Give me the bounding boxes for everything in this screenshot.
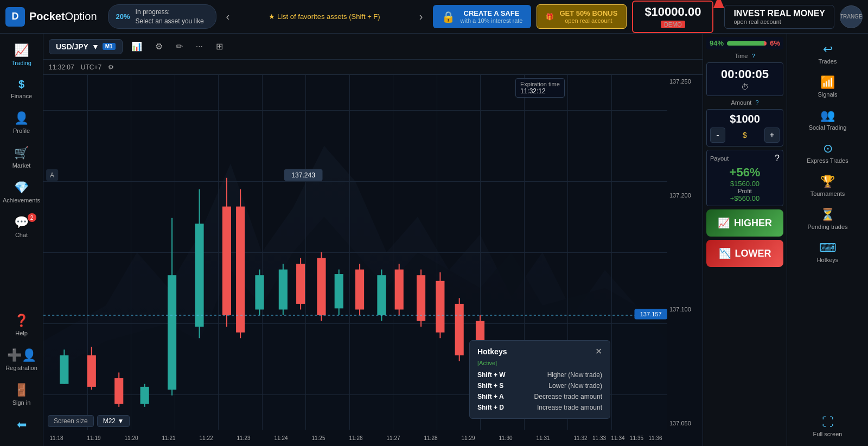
time-label: Time ? xyxy=(706,53,783,59)
right-panel-social-trading[interactable]: 👥 Social Trading xyxy=(793,104,863,135)
lower-button[interactable]: 📉 LOWER xyxy=(706,240,783,267)
svg-rect-9 xyxy=(168,275,176,390)
time-icon: ⏱ xyxy=(711,82,778,91)
hotkey-row-d: Shift + D Increase trade amount xyxy=(477,402,602,413)
pending-trades-icon: ⏳ xyxy=(820,208,835,222)
more-btn[interactable]: ··· xyxy=(192,40,207,54)
sidebar-item-profile[interactable]: 👤 Profile xyxy=(3,106,41,139)
right-panel-pending-trades[interactable]: ⏳ Pending trades xyxy=(793,203,863,234)
logo-text: PocketOption xyxy=(29,10,97,23)
main-area: 📈 Trading $ Finance 👤 Profile 🛒 Market 💎… xyxy=(0,34,868,446)
next-arrow[interactable]: › xyxy=(415,10,427,23)
hotkey-row-s: Shift + S Lower (New trade) xyxy=(477,380,602,391)
asset-selector[interactable]: USD/JPY ▼ M1 xyxy=(49,39,123,54)
payout-amount: $1560.00 xyxy=(710,180,780,188)
progress-pill: 20% In progress: Select an asset you lik… xyxy=(108,4,216,29)
hotkeys-label: Hotkeys xyxy=(817,257,839,263)
payout-section: Payout ? +56% $1560.00 Profit +$560.00 xyxy=(706,150,783,206)
back-icon: ⬅ xyxy=(17,418,27,432)
price-axis: 137.250 137.200 137.100 137.050 xyxy=(667,75,703,430)
layout-btn[interactable]: ⊞ xyxy=(212,39,227,54)
amount-increase-btn[interactable]: + xyxy=(764,128,780,143)
sidebar-item-trading[interactable]: 📈 Trading xyxy=(3,38,41,72)
chart-info-bar: 11:32:07 UTC+7 ⚙ xyxy=(43,60,703,75)
create-safe-button[interactable]: 🔒 CREATE A SAFE with a 10% interest rate xyxy=(433,5,532,28)
sidebar-item-chat[interactable]: 2 💬 Chat xyxy=(3,210,41,244)
payout-progress-bar xyxy=(727,41,767,46)
settings-btn[interactable]: ⚙ xyxy=(151,39,167,54)
express-trades-label: Express Trades xyxy=(807,157,848,164)
demo-label: DEMO xyxy=(661,21,685,28)
svg-rect-21 xyxy=(296,264,305,304)
sidebar-item-finance[interactable]: $ Finance xyxy=(3,73,41,105)
market-icon: 🛒 xyxy=(14,146,29,160)
svg-text:A: A xyxy=(50,171,55,179)
payout-bar: 94% 6% xyxy=(706,37,783,49)
svg-rect-1 xyxy=(60,355,68,384)
signin-icon: 🚪 xyxy=(14,383,29,397)
favorites-bar[interactable]: ★ List of favorites assets (Shift + F) xyxy=(234,12,415,21)
dropdown-icon: ▼ xyxy=(92,42,99,51)
svg-text:137.243: 137.243 xyxy=(291,171,315,179)
right-panel-tournaments[interactable]: 🏆 Tournaments xyxy=(793,170,863,201)
sidebar-item-back[interactable]: ⬅ xyxy=(3,412,41,437)
logo-icon: D xyxy=(5,7,25,27)
sidebar-item-achievements[interactable]: 💎 Achievements xyxy=(3,175,41,209)
trades-icon: ↩ xyxy=(823,42,833,56)
amount-value: $1000 xyxy=(710,113,780,125)
amount-decrease-btn[interactable]: - xyxy=(710,128,725,143)
sidebar-label-registration: Registration xyxy=(5,365,37,371)
bar-chart-btn[interactable]: 📊 xyxy=(127,39,146,54)
sidebar-item-market[interactable]: 🛒 Market xyxy=(3,141,41,174)
progress-info: In progress: Select an asset you like xyxy=(136,8,204,26)
hotkeys-close-btn[interactable]: ✕ xyxy=(595,346,602,356)
avatar[interactable]: STRANGER xyxy=(840,5,863,28)
time-axis: 11:18 11:19 11:20 11:21 11:22 11:23 11:2… xyxy=(43,430,667,446)
social-trading-icon: 👥 xyxy=(820,109,835,123)
fullscreen-button[interactable]: ⛶ Full screen xyxy=(793,411,863,442)
settings-icon-small[interactable]: ⚙ xyxy=(108,63,114,71)
chart-timestamp: 11:32:07 xyxy=(49,63,74,71)
amount-display: $1000 - $ + xyxy=(706,109,783,146)
sidebar-item-help[interactable]: ❓ Help xyxy=(3,308,41,342)
higher-button[interactable]: 📈 HIGHER xyxy=(706,209,783,237)
right-panel-trades[interactable]: ↩ Trades xyxy=(793,38,863,69)
prev-arrow[interactable]: ‹ xyxy=(222,10,234,23)
sidebar-label-chat: Chat xyxy=(15,232,28,238)
svg-rect-37 xyxy=(455,304,464,355)
trading-icon: 📈 xyxy=(14,43,29,58)
svg-rect-35 xyxy=(436,281,444,333)
demo-amount: $10000.00 xyxy=(642,5,704,19)
sidebar-label-signin: Sign in xyxy=(12,399,31,406)
hotkey-row-w: Shift + W Higher (New trade) xyxy=(477,369,602,380)
chat-badge: 2 xyxy=(28,213,36,222)
hotkey-row-a: Shift + A Decrease trade amount xyxy=(477,391,602,402)
timeframe-badge: M1 xyxy=(103,43,116,50)
sidebar-label-finance: Finance xyxy=(11,93,32,99)
get-bonus-button[interactable]: 🎁 GET 50% BONUS open real account xyxy=(537,4,627,29)
profile-icon: 👤 xyxy=(14,111,29,125)
draw-btn[interactable]: ✏ xyxy=(171,39,187,54)
sidebar-item-registration[interactable]: ➕👤 Registration xyxy=(3,343,41,377)
lower-trend-icon: 📉 xyxy=(719,247,731,259)
payout-green-pct: 94% xyxy=(710,39,724,47)
svg-rect-7 xyxy=(141,387,149,404)
chart-body: 137.243 137.157 A Expiration time 11:32:… xyxy=(43,75,703,446)
trade-panel: 94% 6% Time ? 00:00:05 ⏱ Amount ? $1000 … xyxy=(703,34,787,446)
invest-button[interactable]: INVEST REAL MONEY open real account xyxy=(724,5,834,29)
sidebar-item-signin[interactable]: 🚪 Sign in xyxy=(3,378,41,411)
safe-icon: 🔒 xyxy=(442,10,455,23)
sidebar-bottom: ❓ Help ➕👤 Registration 🚪 Sign in ⬅ xyxy=(0,308,43,442)
right-panel-hotkeys[interactable]: ⌨ Hotkeys xyxy=(793,237,863,267)
hotkeys-active-label: [Active] xyxy=(477,360,602,366)
sidebar-label-achievements: Achievements xyxy=(3,197,40,203)
screen-size-value[interactable]: M22 ▼ xyxy=(97,415,130,427)
screen-size-bar: Screen size M22 ▼ xyxy=(48,415,130,427)
svg-rect-23 xyxy=(317,258,326,315)
logo[interactable]: D PocketOption xyxy=(5,7,97,27)
right-panel-express-trades[interactable]: ⊙ Express Trades xyxy=(793,137,863,168)
expiration-info: Expiration time 11:32:12 xyxy=(515,78,565,98)
demo-account-button[interactable]: $10000.00 DEMO xyxy=(632,1,713,33)
asset-name: USD/JPY xyxy=(56,42,88,51)
right-panel-signals[interactable]: 📶 Signals xyxy=(793,71,863,102)
